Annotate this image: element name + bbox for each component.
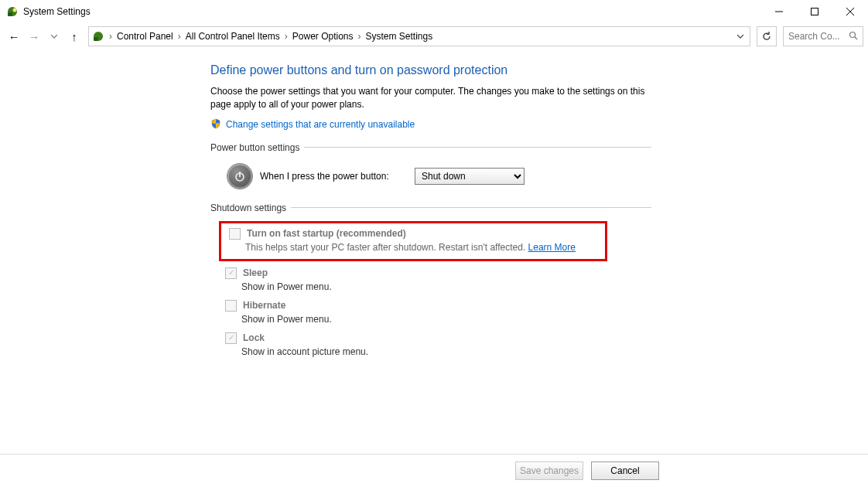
close-button[interactable] <box>832 0 868 23</box>
search-placeholder: Search Co... <box>788 31 840 42</box>
refresh-button[interactable] <box>757 26 777 46</box>
chevron-right-icon[interactable]: › <box>356 31 362 42</box>
maximize-button[interactable] <box>797 0 832 23</box>
sleep-title: Sleep <box>243 267 268 278</box>
hibernate-desc: Show in Power menu. <box>241 314 651 325</box>
address-dropdown-icon[interactable] <box>734 31 747 42</box>
breadcrumb-item[interactable]: Power Options <box>289 31 357 42</box>
forward-button[interactable]: → <box>25 27 43 46</box>
lock-title: Lock <box>243 332 265 343</box>
svg-line-10 <box>855 37 857 39</box>
learn-more-link[interactable]: Learn More <box>528 242 576 253</box>
main-content: Define power buttons and turn on passwor… <box>0 49 651 357</box>
breadcrumb-item[interactable]: All Control Panel Items <box>183 31 283 42</box>
hibernate-checkbox[interactable] <box>225 300 237 312</box>
power-button-action-select[interactable]: Shut down <box>415 168 525 185</box>
recent-locations-dropdown[interactable] <box>45 27 63 46</box>
hibernate-title: Hibernate <box>243 300 285 311</box>
fast-startup-checkbox[interactable] <box>229 228 241 240</box>
minimize-button[interactable] <box>761 0 797 23</box>
svg-rect-4 <box>812 9 818 15</box>
navigation-bar: ← → ↑ › Control Panel › All Control Pane… <box>0 23 868 49</box>
cancel-button[interactable]: Cancel <box>591 461 659 480</box>
lock-desc: Show in account picture menu. <box>241 346 651 357</box>
highlight-box: Turn on fast startup (recommended) This … <box>219 221 607 261</box>
address-bar[interactable]: › Control Panel › All Control Panel Item… <box>88 26 750 46</box>
window-title: System Settings <box>23 6 761 17</box>
fast-startup-title: Turn on fast startup (recommended) <box>247 228 406 239</box>
breadcrumb-item[interactable]: Control Panel <box>114 31 176 42</box>
app-icon <box>6 5 19 18</box>
power-button-section-title: Power button settings <box>210 142 299 153</box>
page-description: Choose the power settings that you want … <box>210 85 651 112</box>
up-button[interactable]: ↑ <box>65 27 84 46</box>
svg-point-9 <box>850 32 856 37</box>
save-changes-button[interactable]: Save changes <box>515 461 583 480</box>
change-unavailable-settings-link[interactable]: Change settings that are currently unava… <box>226 119 415 130</box>
power-icon <box>227 164 252 189</box>
search-input[interactable]: Search Co... <box>783 26 863 46</box>
section-divider <box>304 147 651 148</box>
power-button-label: When I press the power button: <box>260 171 407 182</box>
search-icon <box>849 31 858 43</box>
address-icon <box>92 30 104 43</box>
back-button[interactable]: ← <box>5 27 23 46</box>
chevron-right-icon[interactable]: › <box>176 31 183 42</box>
fast-startup-desc: This helps start your PC faster after sh… <box>245 242 600 253</box>
sleep-checkbox[interactable]: ✓ <box>225 267 237 279</box>
svg-rect-1 <box>8 12 12 16</box>
sleep-desc: Show in Power menu. <box>241 281 651 292</box>
section-divider <box>291 207 651 208</box>
chevron-right-icon[interactable]: › <box>283 31 289 42</box>
chevron-right-icon[interactable]: › <box>108 31 114 42</box>
titlebar: System Settings <box>0 0 868 23</box>
footer: Save changes Cancel <box>0 454 868 487</box>
shield-icon <box>210 118 221 131</box>
lock-checkbox[interactable]: ✓ <box>225 332 237 344</box>
svg-point-2 <box>13 9 17 12</box>
breadcrumb-item[interactable]: System Settings <box>362 31 436 42</box>
shutdown-section-title: Shutdown settings <box>210 203 286 213</box>
svg-rect-8 <box>94 37 98 41</box>
page-heading: Define power buttons and turn on passwor… <box>210 63 651 77</box>
